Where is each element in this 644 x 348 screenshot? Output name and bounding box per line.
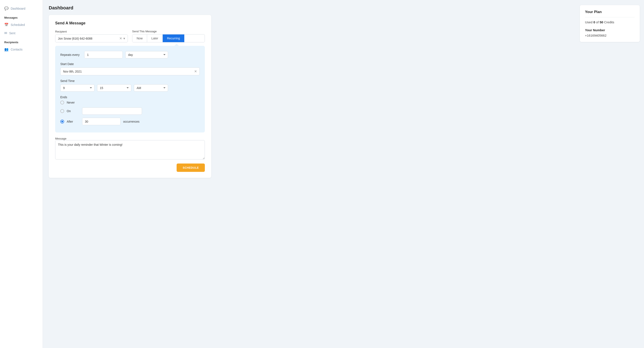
main-content: Dashboard Send A Message Recipient ✕ ▾ S… <box>43 0 576 348</box>
send-message-card: Send A Message Recipient ✕ ▾ Send This M… <box>49 15 211 178</box>
message-label: Message <box>55 137 66 140</box>
send-this-label: Send This Message <box>132 30 205 33</box>
on-label: On <box>67 109 80 113</box>
send-time-label: Send Time <box>60 79 200 83</box>
on-radio[interactable] <box>60 109 64 113</box>
sidebar-item-sent[interactable]: ✉ Sent <box>0 29 42 37</box>
sidebar: 💬 Dashboard Messages 📅 Scheduled ✉ Sent … <box>0 0 43 348</box>
recurring-panel: Repeats every ▲ ▼ day week month Start D… <box>55 46 205 133</box>
repeats-every-input[interactable] <box>84 51 123 58</box>
after-label: After <box>67 120 80 123</box>
contacts-icon: 👥 <box>4 47 8 51</box>
now-button[interactable]: Now <box>132 35 147 42</box>
send-this-group: Send This Message Now Later Recurring <box>132 30 205 42</box>
ampm-select[interactable]: AM PM <box>134 84 168 92</box>
date-clear-icon[interactable]: ✕ <box>194 69 197 73</box>
right-panel: Your Plan Used 0 of 50 Credits Your Numb… <box>576 0 644 348</box>
message-section: Message This is your daily reminder that… <box>55 137 205 160</box>
ends-after-option: After ▲ ▼ occurrences <box>60 118 200 125</box>
plan-card: Your Plan Used 0 of 50 Credits Your Numb… <box>580 5 640 42</box>
occurrences-input[interactable] <box>82 118 120 125</box>
occurrences-label: occurrences <box>123 120 140 123</box>
recurring-button[interactable]: Recurring <box>163 35 184 42</box>
recipient-input[interactable] <box>58 37 118 40</box>
dropdown-icon[interactable]: ▾ <box>123 36 125 41</box>
sidebar-item-label: Contacts <box>11 48 22 51</box>
sidebar-item-scheduled[interactable]: 📅 Scheduled <box>0 21 42 29</box>
used-count: 0 <box>593 20 595 24</box>
start-date-label: Start Date <box>60 62 200 66</box>
repeats-every-row: Repeats every ▲ ▼ day week month <box>60 51 200 59</box>
card-title: Send A Message <box>55 21 205 26</box>
sidebar-item-label: Scheduled <box>11 23 25 27</box>
on-date-input[interactable] <box>82 107 142 115</box>
recipient-group: Recipient ✕ ▾ <box>55 30 128 42</box>
sidebar-section-messages: Messages <box>0 13 42 21</box>
start-date-section: Start Date ✕ <box>60 62 200 75</box>
ends-on-option: On <box>60 107 200 115</box>
never-label: Never <box>67 101 80 104</box>
recipient-label: Recipient <box>55 30 128 33</box>
recipient-actions: ✕ ▾ <box>119 36 125 41</box>
occurrences-input-wrapper: ▲ ▼ <box>82 118 120 125</box>
sidebar-item-dashboard[interactable]: 💬 Dashboard <box>0 4 42 13</box>
ends-never-option: Never <box>60 101 200 104</box>
sidebar-item-contacts[interactable]: 👥 Contacts <box>0 45 42 54</box>
clear-icon[interactable]: ✕ <box>119 36 122 41</box>
sidebar-item-label: Sent <box>9 32 16 35</box>
send-time-section: Send Time 9 1 2 3 4 5 6 7 8 10 11 12 <box>60 79 200 92</box>
calendar-icon: 📅 <box>4 23 8 27</box>
plan-title: Your Plan <box>585 10 634 17</box>
chat-icon: 💬 <box>4 7 8 11</box>
minute-select[interactable]: 00 15 30 45 <box>97 84 131 92</box>
send-toggle-group: Now Later Recurring <box>132 34 205 42</box>
after-radio[interactable] <box>60 120 64 124</box>
ends-label: Ends <box>60 96 200 99</box>
form-top-row: Recipient ✕ ▾ Send This Message Now Late… <box>55 30 205 42</box>
message-textarea[interactable]: This is your daily reminder that Winter … <box>55 140 205 159</box>
ends-section: Ends Never On After <box>60 96 200 125</box>
sent-icon: ✉ <box>4 31 7 35</box>
sidebar-section-recipients: Recipients <box>0 37 42 45</box>
credits-count: 50 <box>600 20 603 24</box>
schedule-button[interactable]: SCHEDULE <box>176 164 205 172</box>
never-radio[interactable] <box>60 101 64 104</box>
occurrences-wrapper: ▲ ▼ occurrences <box>82 118 140 125</box>
later-button[interactable]: Later <box>147 35 163 42</box>
start-date-input-wrapper[interactable]: ✕ <box>60 67 200 75</box>
your-number-title: Your Number <box>585 28 634 32</box>
repeats-every-label: Repeats every <box>60 53 82 57</box>
time-row: 9 1 2 3 4 5 6 7 8 10 11 12 00 <box>60 84 200 92</box>
plan-credits: Used 0 of 50 Credits <box>585 20 634 24</box>
start-date-input[interactable] <box>63 70 192 73</box>
repeats-every-input-wrapper: ▲ ▼ <box>84 51 123 59</box>
recipient-input-wrapper[interactable]: ✕ ▾ <box>55 35 128 42</box>
your-number-value: +16169405662 <box>585 34 634 37</box>
sidebar-item-label: Dashboard <box>11 7 26 10</box>
hour-select[interactable]: 9 1 2 3 4 5 6 7 8 10 11 12 <box>60 84 94 92</box>
repeat-unit-select[interactable]: day week month <box>125 51 168 59</box>
page-title: Dashboard <box>49 5 570 11</box>
